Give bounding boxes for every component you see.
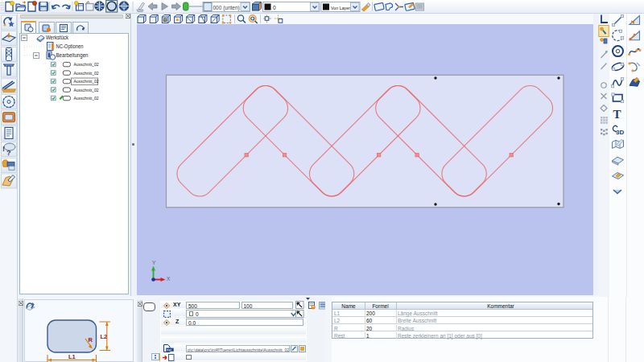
svg-text:0: 0 xyxy=(273,5,276,10)
svg-text:Ausschnitt_02: Ausschnitt_02 xyxy=(74,61,99,67)
svg-text:Bearbeitungen: Bearbeitungen xyxy=(56,52,89,59)
svg-text:T: T xyxy=(613,108,621,121)
svg-text:!: ! xyxy=(2,145,5,153)
svg-text:Von Layer: Von Layer xyxy=(331,5,350,10)
svg-text:L1: L1 xyxy=(68,353,76,360)
svg-text:Ausschnitt_02: Ausschnitt_02 xyxy=(74,87,99,93)
svg-text:Y: Y xyxy=(152,260,156,265)
svg-text:Ausschnitt_02: Ausschnitt_02 xyxy=(74,78,99,84)
svg-text:Werkstück: Werkstück xyxy=(46,35,69,40)
svg-text:000 (unten): 000 (unten) xyxy=(213,5,240,11)
svg-text:NC-Optionen: NC-Optionen xyxy=(56,43,84,50)
svg-text:Ausschnitt_02: Ausschnitt_02 xyxy=(74,95,99,101)
svg-text:Ausschnitt_02: Ausschnitt_02 xyxy=(74,70,99,76)
svg-text:mpr: mpr xyxy=(166,348,171,352)
svg-text:3D: 3D xyxy=(616,129,624,136)
svg-text:L2: L2 xyxy=(101,333,108,340)
svg-text:?: ? xyxy=(6,149,11,157)
svg-text:X: X xyxy=(167,276,171,282)
svg-text:R: R xyxy=(89,336,93,343)
